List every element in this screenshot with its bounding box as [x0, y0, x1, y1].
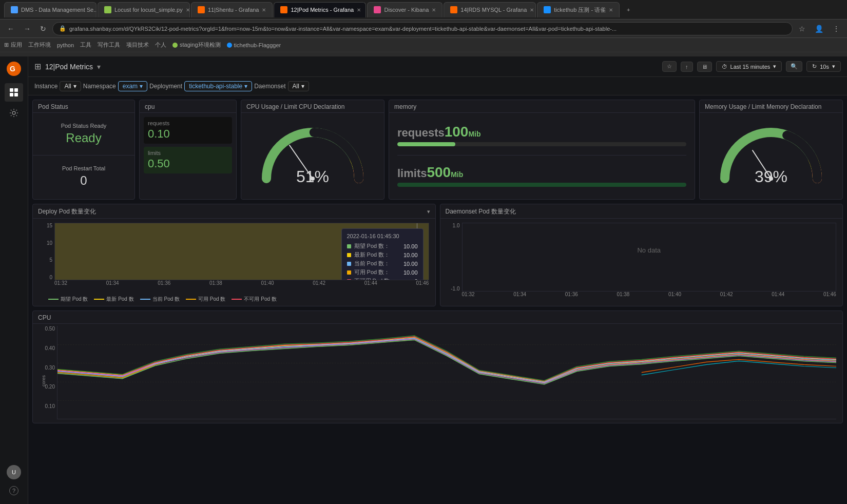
tab-close-locust[interactable]: ✕ — [186, 7, 190, 13]
tab-label-pod: 12|Pod Metrics - Grafana — [291, 7, 354, 13]
legend-line-3 — [186, 299, 196, 300]
x-01-32: 01:32 — [54, 280, 67, 290]
daemon-x-01-38: 01:38 — [617, 292, 629, 302]
x-01-44: 01:44 — [364, 280, 377, 290]
memory-gauge-pct: 39% — [755, 167, 787, 186]
panel-daemonset-pod: Daemonset Pod 数量变化 1.0 -1.0 No data — [440, 204, 843, 306]
svg-rect-5 — [14, 93, 18, 96]
tickethub-indicator — [227, 43, 232, 48]
filter-deployment-chevron: ▾ — [244, 83, 247, 90]
star-dashboard-btn[interactable]: ☆ — [662, 61, 677, 72]
svg-point-6 — [12, 111, 15, 114]
nav-star[interactable]: ☆ — [796, 23, 808, 35]
address-bar[interactable]: 🔒 grafana.shanbay.com/d/QYkRS2Cik/12-pod… — [52, 22, 793, 35]
daemon-y-max: 1.0 — [453, 223, 460, 228]
svg-text:G: G — [10, 65, 15, 73]
nav-back[interactable]: ← — [4, 23, 17, 35]
cpu-y-050: 0.50 — [45, 326, 55, 332]
search-btn[interactable]: 🔍 — [786, 61, 802, 72]
bookmark-project[interactable]: 项目技术 — [126, 41, 149, 49]
tab-label-shentu: 11|Shentu - Grafana — [208, 7, 259, 13]
filter-instance: Instance All ▾ — [34, 81, 81, 91]
panel-deploy-header: Deploy Pod 数量变化 ▾ — [33, 204, 435, 219]
header-grid-icon: ⊞ — [34, 62, 41, 71]
nav-forward[interactable]: → — [21, 23, 34, 35]
legend-label-0: 期望 Pod 数 — [61, 296, 88, 303]
tab-rds[interactable]: 14|RDS MYSQL - Grafana ✕ — [444, 2, 536, 17]
tab-new[interactable]: + — [621, 2, 636, 17]
sidebar-icon-grid[interactable] — [5, 83, 23, 102]
bookmark-label-python: python — [57, 42, 74, 48]
tab-close-tickethub[interactable]: ✕ — [609, 7, 613, 13]
bookmark-personal[interactable]: 个人 — [155, 41, 166, 49]
memory-bar-body: requests100Mib limits500Mib — [389, 113, 695, 198]
bookmark-apps[interactable]: ⊞ 应用 — [4, 41, 22, 49]
tab-dms[interactable]: DMS - Data Management Se... ✕ — [4, 2, 97, 17]
tab-close-shentu[interactable]: ✕ — [262, 7, 266, 13]
legend-line-0 — [48, 299, 59, 300]
time-range-btn[interactable]: ⏱ Last 15 minutes ▾ — [716, 61, 782, 72]
bookmark-label-project: 项目技术 — [126, 41, 149, 49]
memory-limits-fill — [397, 183, 686, 187]
daemon-x-01-34: 01:34 — [513, 292, 526, 302]
tab-locust[interactable]: Locust for locust_simple.py ✕ — [98, 2, 190, 17]
panel-memory-header: memory — [389, 100, 695, 113]
pod-status-ready-section: Pod Status Ready Ready — [33, 113, 134, 156]
share-dashboard-btn[interactable]: ↑ — [681, 62, 693, 72]
bookmark-writing[interactable]: 写作工具 — [98, 41, 120, 49]
tooltip-dot-2 — [347, 262, 351, 266]
filter-deployment: Deployment tickethub-api-stable ▾ — [149, 81, 252, 91]
panel-cpu-body: requests 0.10 limits 0.50 — [140, 113, 236, 181]
tab-favicon-dms — [11, 6, 18, 13]
bookmark-tools[interactable]: 工具 — [80, 41, 91, 49]
browser-nav: ← → ↻ 🔒 grafana.shanbay.com/d/QYkRS2Cik/… — [0, 20, 847, 38]
panel-cpu-gauge-header: CPU Usage / Limit CPU Declaration — [241, 100, 384, 113]
sidebar-icon-gear[interactable] — [5, 104, 23, 122]
tab-favicon-locust — [104, 6, 111, 13]
tab-tickethub[interactable]: tickethub 压测 - 语雀 ✕ — [537, 2, 620, 17]
y-label-10: 10 — [47, 240, 52, 246]
nav-more[interactable]: ⋮ — [830, 23, 843, 35]
pod-restart-label: Pod Restart Total — [62, 165, 105, 171]
cpu-requests-label: requests — [148, 120, 228, 126]
tab-shentu[interactable]: 11|Shentu - Grafana ✕ — [191, 2, 273, 17]
panel-memory-title: memory — [394, 103, 416, 110]
bookmark-work[interactable]: 工作环境 — [28, 41, 51, 49]
legend-label-2: 当前 Pod 数 — [152, 296, 180, 303]
bookmark-staging[interactable]: staging环境检测 — [172, 41, 220, 49]
refresh-btn[interactable]: ↻ 10s ▾ — [806, 61, 841, 72]
tab-close-pod[interactable]: ✕ — [357, 7, 361, 13]
tab-close-rds[interactable]: ✕ — [530, 7, 534, 13]
header-actions: ☆ ↑ 🖥 ⏱ Last 15 minutes ▾ 🔍 ↻ 10s ▾ — [662, 61, 841, 72]
user-avatar[interactable]: U — [7, 465, 21, 479]
daemon-x-01-46: 01:46 — [823, 292, 836, 302]
tab-label-locust: Locust for locust_simple.py — [114, 7, 183, 13]
sidebar-icon-help[interactable]: ? — [5, 481, 23, 500]
time-range-label: Last 15 minutes — [730, 64, 771, 70]
filter-namespace-value[interactable]: exam ▾ — [118, 81, 147, 91]
daemon-x-01-40: 01:40 — [668, 292, 681, 302]
tab-favicon-pod — [280, 6, 287, 13]
bookmark-label-tickethub: tichethub-Flaggger — [234, 42, 281, 48]
x-01-38: 01:38 — [209, 280, 222, 290]
daemon-x-01-32: 01:32 — [462, 292, 475, 302]
bookmark-python[interactable]: python — [57, 42, 74, 48]
dashboard-dropdown-icon[interactable]: ▾ — [97, 63, 101, 71]
panel-deploy-chevron[interactable]: ▾ — [427, 208, 430, 215]
tab-kibana[interactable]: Discover - Kibana ✕ — [367, 2, 442, 17]
tab-pod-metrics[interactable]: 12|Pod Metrics - Grafana ✕ — [274, 2, 366, 17]
y-label-15: 15 — [47, 223, 52, 228]
filter-daemonset-value[interactable]: All ▾ — [288, 81, 309, 91]
filter-deployment-value[interactable]: tickethub-api-stable ▾ — [184, 81, 252, 91]
filter-instance-value[interactable]: All ▾ — [60, 81, 81, 91]
cpu-limits-value: 0.50 — [148, 157, 228, 170]
panel-pod-status-title: Pod Status — [38, 103, 68, 110]
grafana-logo[interactable]: G — [6, 61, 22, 77]
nav-user[interactable]: 👤 — [812, 23, 826, 35]
monitor-btn[interactable]: 🖥 — [697, 62, 712, 72]
nav-reload[interactable]: ↻ — [37, 23, 49, 35]
memory-requests-fill — [397, 142, 455, 146]
tab-close-kibana[interactable]: ✕ — [432, 7, 436, 13]
bookmark-tickethub[interactable]: tichethub-Flaggger — [227, 42, 281, 48]
x-01-34: 01:34 — [106, 280, 119, 290]
